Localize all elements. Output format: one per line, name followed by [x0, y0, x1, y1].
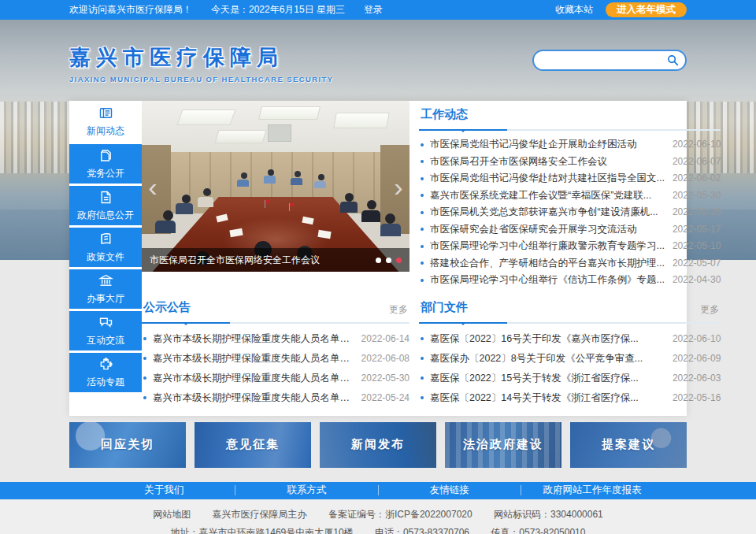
section-title-documents: 部门文件 [419, 294, 721, 324]
news-row: 市医保局机关党总支部获评嘉兴市争创“建设清廉机...2022-05-26 [419, 204, 721, 221]
carousel-dot[interactable] [386, 258, 391, 263]
site-title: 嘉兴市医疗保障局 [69, 43, 334, 72]
banner-proposal-suggestions[interactable]: 提案建议 [570, 422, 687, 468]
site-code: 网站标识码：3304000061 [494, 509, 603, 520]
site-title-block: 嘉兴市医疗保障局 JIAXING MUNICIPAL BUREAU OF HEA… [69, 43, 334, 83]
section-work-news: 工作动态 市医保局党组书记冯俊华赴企开展助企纾困活动2022-06-10 市医保… [419, 101, 721, 289]
sidebar-item-news[interactable]: 新闻动态 [69, 101, 142, 142]
tel-text: 电话：0573-83370706 [375, 527, 469, 534]
carousel-dot[interactable] [376, 258, 381, 263]
sidebar-item-special-topics[interactable]: 活动专题 [69, 353, 142, 392]
banner-opinion-collection[interactable]: 意见征集 [195, 422, 311, 468]
search-icon[interactable] [667, 54, 679, 66]
carousel-caption[interactable]: 市医保局召开全市医保网络安全工作会议 [150, 254, 369, 267]
sitemap-link[interactable]: 网站地图 [153, 509, 191, 520]
document-icon [98, 189, 114, 206]
news-row: 市医保局理论学习中心组举行廉政警示教育专题学习...2022-05-10 [419, 238, 721, 255]
news-carousel[interactable]: ‹ › 市医保局召开全市医保网络安全工作会议 [142, 101, 410, 272]
sidebar-item-gov-info[interactable]: 政府信息公开 [69, 186, 142, 225]
carousel-next-arrow[interactable]: › [389, 169, 408, 204]
news-row: 嘉兴市医保系统党建工作会议暨“幸福医保”党建联...2022-05-30 [419, 187, 721, 205]
quick-link-banners: 回应关切 意见征集 新闻发布 法治政府建设 提案建议 [69, 422, 687, 482]
footer-link-annual-report[interactable]: 政府网站工作年度报表 [521, 485, 663, 495]
news-row: 嘉兴市本级长期护理保险重度失能人员名单公示（2...2022-05-24 [142, 388, 410, 408]
sidebar-nav: 新闻动态 党务公开 政府信息公开 [69, 101, 142, 416]
work-news-list: 市医保局党组书记冯俊华赴企开展助企纾困活动2022-06-10 市医保局召开全市… [419, 136, 721, 289]
announcements-more-link[interactable]: 更多 [389, 303, 408, 317]
elder-mode-button[interactable]: 进入老年模式 [606, 2, 687, 17]
carousel-dots [376, 258, 402, 263]
carousel-caption-bar: 市医保局召开全市医保网络安全工作会议 [142, 248, 410, 272]
bank-icon [98, 273, 114, 289]
news-row: 搭建校企合作、产学研相结合的平台嘉兴市长期护理...2022-05-07 [419, 255, 721, 273]
newspaper-icon [98, 105, 114, 121]
footer-link-about[interactable]: 关于我们 [93, 485, 235, 495]
news-row: 市医保研究会赴省医保研究会开展学习交流活动2022-05-17 [419, 221, 721, 239]
documents-more-link[interactable]: 更多 [700, 303, 719, 317]
top-utility-bar: 欢迎访问嘉兴市医疗保障局！ 今天是：2022年6月15日 星期三 登录 收藏本站… [0, 0, 756, 20]
carousel-prev-arrow[interactable]: ‹ [143, 169, 162, 204]
banner-rule-of-law-gov[interactable]: 法治政府建设 [445, 422, 561, 468]
section-title-announcements: 公示公告 [142, 294, 410, 324]
favorite-link[interactable]: 收藏本站 [555, 3, 593, 17]
search-input[interactable] [543, 55, 667, 66]
news-row: 市医保局党组书记冯俊华赴企开展助企纾困活动2022-06-10 [419, 136, 721, 154]
host-text: 嘉兴市医疗保障局主办 [213, 509, 307, 520]
banner-news-release[interactable]: 新闻发布 [320, 422, 436, 468]
news-row: 市医保局召开全市医保网络安全工作会议2022-06-07 [419, 154, 721, 171]
today-date: 今天是：2022年6月15日 星期三 [211, 3, 345, 17]
footer-link-contact[interactable]: 联系方式 [235, 485, 378, 495]
book-icon [98, 231, 114, 247]
footer-info: 网站地图 嘉兴市医疗保障局主办 备案证编号：浙ICP备2022007020 网站… [0, 499, 756, 534]
news-row: 嘉医保〔2022〕16号关于印发《嘉兴市医疗保...2022-06-10 [419, 329, 721, 349]
section-documents: 部门文件 更多 嘉医保〔2022〕16号关于印发《嘉兴市医疗保...2022-0… [419, 294, 721, 408]
news-row: 市医保局党组书记冯俊华赴结对共建社区指导全国文...2022-06-02 [419, 170, 721, 187]
pages-icon [98, 147, 114, 164]
news-row: 嘉兴市本级长期护理保险重度失能人员名单公示（2...2022-06-08 [142, 349, 410, 369]
sidebar-item-interaction[interactable]: 互动交流 [69, 311, 142, 350]
icp-number: 备案证编号：浙ICP备2022007020 [328, 509, 472, 520]
main-content-card: 新闻动态 党务公开 政府信息公开 [69, 101, 687, 416]
footer-link-friendly-links[interactable]: 友情链接 [379, 485, 521, 495]
section-announcements: 公示公告 更多 嘉兴市本级长期护理保险重度失能人员名单公示（2...2022-0… [142, 294, 410, 408]
sidebar-item-party-affairs[interactable]: 党务公开 [69, 144, 142, 184]
news-row: 市医保局理论学习中心组举行《信访工作条例》专题...2022-04-30 [419, 272, 721, 289]
news-row: 嘉医保〔2022〕14号关于转发《浙江省医疗保...2022-05-16 [419, 388, 721, 408]
news-row: 嘉兴市本级长期护理保险重度失能人员名单公示（2...2022-05-30 [142, 369, 410, 388]
site-subtitle: JIAXING MUNICIPAL BUREAU OF HEALTHCARE S… [69, 75, 334, 83]
sidebar-item-service-hall[interactable]: 办事大厅 [69, 269, 142, 309]
fax-text: 传真：0573-82050010 [491, 527, 585, 534]
footer-nav-bar: 关于我们 联系方式 友情链接 政府网站工作年度报表 [0, 482, 756, 499]
section-title-work-news: 工作动态 [419, 101, 721, 131]
search-box[interactable] [532, 50, 687, 71]
chat-icon [98, 314, 114, 331]
news-row: 嘉医保办〔2022〕8号关于印发《公平竞争审查...2022-06-09 [419, 349, 721, 369]
carousel-dot-active[interactable] [396, 258, 402, 263]
news-row: 嘉医保〔2022〕15号关于转发《浙江省医疗保...2022-06-03 [419, 369, 721, 388]
login-link[interactable]: 登录 [364, 3, 383, 17]
address-text: 地址：嘉兴市中环南路1469号中南大厦10楼 [171, 527, 354, 534]
banner-respond-concerns[interactable]: 回应关切 [69, 422, 186, 468]
puzzle-icon [98, 356, 114, 373]
announcements-list: 嘉兴市本级长期护理保险重度失能人员名单公示（2...2022-06-14 嘉兴市… [142, 329, 410, 408]
documents-list: 嘉医保〔2022〕16号关于印发《嘉兴市医疗保...2022-06-10 嘉医保… [419, 329, 721, 408]
welcome-text: 欢迎访问嘉兴市医疗保障局！ [69, 3, 192, 17]
news-row: 嘉兴市本级长期护理保险重度失能人员名单公示（2...2022-06-14 [142, 329, 410, 349]
sidebar-item-policy-files[interactable]: 政策文件 [69, 228, 142, 267]
